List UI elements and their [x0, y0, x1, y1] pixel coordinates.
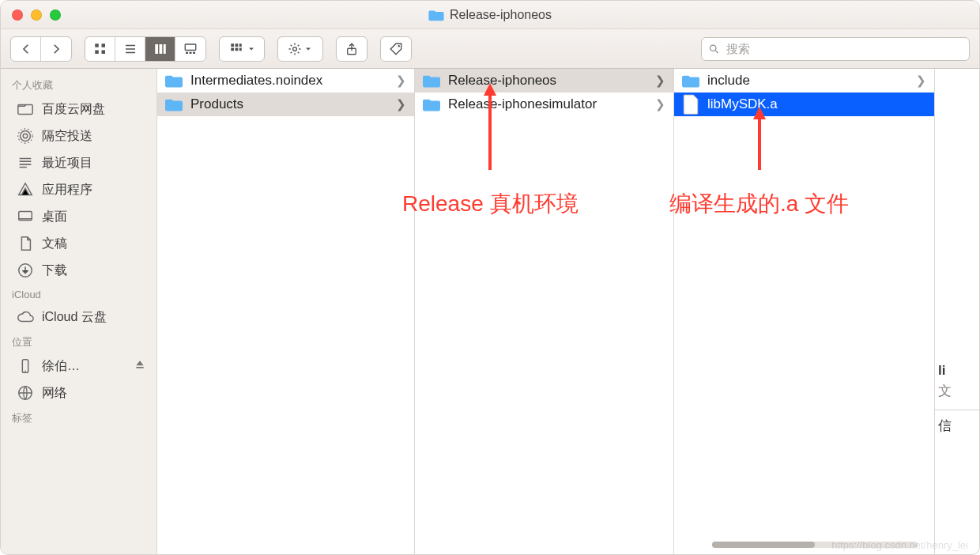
folder-icon [165, 72, 183, 89]
svg-rect-9 [190, 51, 192, 53]
svg-rect-1 [101, 43, 105, 47]
nav-buttons [10, 36, 72, 62]
svg-point-20 [710, 45, 715, 51]
sidebar-item-label: 桌面 [42, 209, 67, 225]
svg-rect-14 [231, 47, 234, 51]
file-icon [682, 96, 699, 113]
preview-panel: li 文 信 [935, 69, 979, 554]
chevron-right-icon: ❯ [396, 97, 406, 111]
svg-rect-13 [239, 43, 242, 47]
svg-rect-3 [101, 50, 105, 54]
titlebar: Release-iphoneos [1, 1, 979, 29]
tags-button-group [380, 36, 412, 62]
svg-rect-8 [186, 51, 188, 53]
sidebar-item-label: iCloud 云盘 [42, 309, 107, 326]
view-columns-button[interactable] [145, 37, 175, 61]
window-title: Release-iphoneos [428, 8, 552, 22]
scrollbar-thumb[interactable] [712, 542, 815, 548]
svg-rect-7 [185, 44, 196, 51]
column-item-intermediates[interactable]: Intermediates.noindex ❯ [157, 69, 414, 92]
sidebar-section-favorites-label: 个人收藏 [1, 74, 156, 96]
svg-point-23 [21, 131, 31, 142]
sidebar-section-icloud-label: iCloud [1, 284, 156, 304]
desktop-icon [17, 208, 34, 225]
chevron-down-icon [303, 42, 313, 56]
network-icon [17, 384, 34, 402]
sidebar-item-label: 文稿 [42, 236, 67, 252]
sidebar-item-network[interactable]: 网络 [1, 379, 156, 406]
airdrop-icon [17, 127, 34, 145]
close-button[interactable] [12, 9, 23, 21]
eject-icon[interactable] [134, 359, 145, 373]
column-1: Intermediates.noindex ❯ Products ❯ [157, 69, 415, 554]
back-button[interactable] [11, 37, 41, 61]
preview-kind: 文 [935, 380, 979, 402]
arrange-icon [228, 42, 245, 56]
iphone-icon [17, 357, 34, 375]
action-button-group [277, 36, 323, 62]
chevron-right-icon: ❯ [396, 74, 406, 88]
view-gallery-button[interactable] [175, 37, 205, 61]
action-button[interactable] [278, 37, 322, 61]
svg-point-22 [23, 134, 28, 138]
column-item-products[interactable]: Products ❯ [157, 92, 414, 116]
sidebar-item-label: 应用程序 [42, 182, 92, 198]
search-field[interactable] [701, 37, 970, 61]
svg-rect-4 [155, 44, 158, 54]
svg-point-28 [24, 371, 26, 372]
sidebar-item-documents[interactable]: 文稿 [1, 230, 156, 257]
arrange-button[interactable] [220, 37, 264, 61]
view-icons-button[interactable] [85, 37, 115, 61]
column-item-include[interactable]: include ❯ [674, 69, 934, 92]
minimize-button[interactable] [31, 9, 42, 21]
toolbar [1, 29, 979, 69]
finder-window: Release-iphoneos [0, 0, 980, 555]
downloads-icon [17, 262, 34, 279]
svg-rect-11 [231, 43, 234, 47]
column-3: include ❯ libMySDK.a [674, 69, 935, 554]
column-item-label: Intermediates.noindex [190, 73, 322, 89]
view-list-button[interactable] [115, 37, 145, 61]
window-title-text: Release-iphoneos [450, 8, 552, 22]
zoom-button[interactable] [50, 9, 61, 21]
sidebar-item-baidu-cloud[interactable]: 百度云网盘 [1, 96, 156, 123]
sidebar-item-icloud-drive[interactable]: iCloud 云盘 [1, 304, 156, 330]
grid-icon [93, 42, 107, 56]
column-item-libmysdk[interactable]: libMySDK.a [674, 92, 934, 116]
search-input[interactable] [725, 41, 963, 56]
column-item-release-iphoneos[interactable]: Release-iphoneos ❯ [415, 69, 673, 92]
sidebar-item-label: 徐伯… [42, 358, 80, 375]
svg-rect-5 [159, 44, 162, 54]
sidebar-item-recents[interactable]: 最近项目 [1, 149, 156, 176]
tags-button[interactable] [381, 37, 411, 61]
apps-icon [17, 181, 34, 198]
column-item-release-iphonesimulator[interactable]: Release-iphonesimulator ❯ [415, 92, 673, 116]
column-browser: Intermediates.noindex ❯ Products ❯ Relea… [157, 69, 979, 554]
folder-icon [428, 9, 444, 21]
sidebar-item-desktop[interactable]: 桌面 [1, 203, 156, 230]
column-item-label: Release-iphonesimulator [448, 96, 597, 112]
folder-icon [17, 100, 34, 118]
sidebar-section-locations-label: 位置 [1, 330, 156, 353]
svg-rect-0 [95, 43, 99, 47]
columns-icon [153, 42, 168, 56]
chevron-right-icon: ❯ [916, 74, 926, 88]
svg-rect-6 [163, 44, 165, 54]
share-icon [345, 42, 359, 56]
sidebar-item-iphone[interactable]: 徐伯… [1, 353, 156, 379]
folder-icon [423, 96, 440, 113]
sidebar-item-label: 百度云网盘 [42, 101, 105, 118]
sidebar-item-airdrop[interactable]: 隔空投送 [1, 123, 156, 149]
gear-icon [288, 42, 302, 56]
sidebar-item-downloads[interactable]: 下载 [1, 257, 156, 284]
forward-button[interactable] [41, 37, 71, 61]
share-button[interactable] [337, 37, 367, 61]
watermark: https://blog.csdn.net/henry_lei [831, 539, 968, 551]
sidebar-item-applications[interactable]: 应用程序 [1, 176, 156, 203]
preview-info: 信 [935, 415, 979, 436]
tag-icon [389, 42, 403, 56]
sidebar-item-label: 下载 [42, 262, 67, 279]
sidebar-item-label: 网络 [42, 385, 67, 402]
sidebar: 个人收藏 百度云网盘 隔空投送 最近项目 应用程序 桌面 [1, 69, 157, 554]
svg-point-17 [293, 47, 297, 51]
